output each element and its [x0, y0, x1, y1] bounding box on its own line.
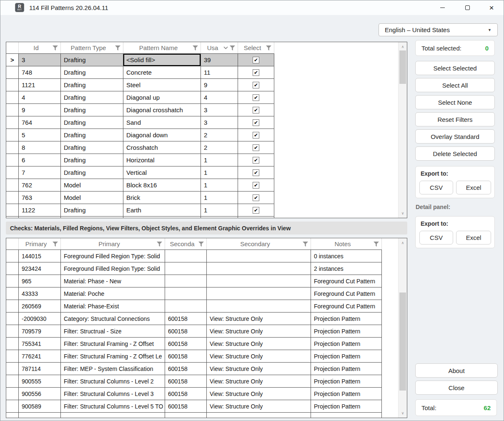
row-selector-cell[interactable] [6, 250, 19, 262]
cell-pattern-type[interactable]: Drafting [61, 104, 123, 116]
cell-pattern-name[interactable]: Diagonal crosshatch [123, 104, 201, 116]
cell-select[interactable]: ✔ [238, 204, 274, 216]
cell-id[interactable]: 763 [19, 192, 61, 204]
cell-id[interactable]: 764 [19, 116, 61, 129]
cell-primary-id[interactable]: 144015 [19, 250, 61, 262]
pattern-row[interactable]: 1122DraftingEarth1✔ [6, 204, 274, 217]
column-header[interactable]: Primary [61, 238, 165, 250]
cell-secondary-id[interactable] [165, 262, 207, 275]
row-selector-cell[interactable] [6, 275, 19, 287]
cell-primary-id[interactable]: 923424 [19, 262, 61, 275]
cell-primary-id[interactable]: 776241 [19, 350, 61, 362]
checks-table-scrollbar[interactable]: ∧ ∨ [398, 238, 407, 418]
cell-select[interactable]: ✔ [238, 179, 274, 191]
select-checkbox[interactable]: ✔ [253, 57, 259, 63]
select-checkbox[interactable]: ✔ [253, 144, 259, 151]
cell-primary-id[interactable]: 900556 [19, 388, 61, 400]
cell-notes[interactable]: Projection Pattern [311, 375, 382, 387]
cell-primary-id[interactable]: 709579 [19, 325, 61, 337]
cell-notes[interactable]: Projection Pattern [311, 363, 382, 375]
check-row[interactable]: 900589Filter: Structural Columns - Level… [6, 400, 382, 413]
cell-notes[interactable]: Foreground Cut Pattern [311, 300, 382, 312]
cell-pattern-name[interactable]: Sand [123, 116, 201, 129]
pattern-row[interactable]: 8DraftingCrosshatch2✔ [6, 141, 274, 154]
scroll-down-icon[interactable]: ∨ [399, 410, 407, 416]
pattern-row[interactable]: 6DraftingHorizontal1✔ [6, 154, 274, 166]
check-row[interactable]: 900556Filter: Structural Columns - Level… [6, 388, 382, 400]
column-header[interactable]: Select [238, 42, 274, 53]
check-row[interactable]: 923424Foreground Filled Region Type: Sol… [6, 262, 382, 275]
select-checkbox[interactable]: ✔ [253, 194, 259, 201]
row-selector-cell[interactable] [6, 313, 19, 325]
filter-icon[interactable] [193, 45, 198, 50]
cell-pattern-name[interactable]: Vertical [123, 166, 201, 179]
check-row[interactable]: 965Material: Phase - NewForeground Cut P… [6, 275, 382, 287]
cell-id[interactable]: 9 [19, 104, 61, 116]
cell-pattern-type[interactable]: Drafting [61, 66, 123, 78]
export-excel-button[interactable]: Excel [456, 181, 491, 194]
cell-secondary[interactable] [207, 275, 311, 287]
cell-id[interactable]: 1121 [19, 79, 61, 91]
cell-primary-id[interactable]: 755341 [19, 338, 61, 350]
cell-pattern-name[interactable]: Concrete [123, 66, 201, 78]
cell-id[interactable]: 4 [19, 91, 61, 103]
detail-export-excel-button[interactable]: Excel [456, 231, 491, 245]
cell-pattern-name[interactable]: Diagonal down [123, 129, 201, 141]
cell-usage[interactable]: 1 [201, 179, 238, 191]
row-selector-header[interactable] [6, 42, 19, 53]
column-header[interactable]: Secondary [207, 238, 311, 250]
cell-select[interactable]: ✔ [238, 116, 274, 129]
scrollbar-thumb[interactable] [399, 50, 406, 84]
cell-secondary[interactable] [207, 300, 311, 312]
cell-select[interactable]: ✔ [238, 141, 274, 154]
cell-select[interactable]: ✔ [238, 66, 274, 78]
cell-notes[interactable]: Projection Pattern [311, 400, 382, 412]
cell-pattern-name[interactable]: Diagonal up [123, 91, 201, 103]
cell-primary[interactable]: Material: Phase - New [61, 275, 165, 287]
select-checkbox[interactable]: ✔ [253, 119, 259, 126]
cell-secondary-id[interactable]: 600158 [165, 350, 207, 362]
close-dialog-button[interactable]: Close [415, 381, 498, 395]
row-selector-cell[interactable] [6, 375, 19, 387]
cell-notes[interactable]: Projection Pattern [311, 313, 382, 325]
cell-usage[interactable]: 3 [201, 104, 238, 116]
cell-secondary[interactable]: View: Structure Only [207, 325, 311, 337]
check-row[interactable]: 900555Filter: Structural Columns - Level… [6, 375, 382, 388]
cell-pattern-type[interactable]: Drafting [61, 79, 123, 91]
cell-select[interactable]: ✔ [238, 192, 274, 204]
row-selector-cell[interactable] [6, 116, 19, 129]
row-selector-cell[interactable] [6, 262, 19, 275]
row-selector-cell[interactable] [6, 79, 19, 91]
cell-notes[interactable]: Projection Pattern [311, 388, 382, 400]
cell-primary[interactable]: Material: Poche [61, 287, 165, 300]
cell-usage[interactable]: 39 [201, 54, 238, 66]
cell-pattern-name[interactable]: <Solid fill> [123, 54, 201, 66]
cell-primary[interactable]: Filter: Structural Framing - Z Offset [61, 338, 165, 350]
cell-usage[interactable]: 11 [201, 66, 238, 78]
cell-pattern-type[interactable]: Model [61, 192, 123, 204]
cell-select[interactable]: ✔ [238, 129, 274, 141]
check-row[interactable]: 43333Material: PocheForeground Cut Patte… [6, 287, 382, 300]
cell-pattern-type[interactable]: Drafting [61, 154, 123, 166]
cell-secondary[interactable]: View: Structure Only [207, 338, 311, 350]
row-selector-cell[interactable] [6, 350, 19, 362]
select-checkbox[interactable]: ✔ [253, 182, 259, 189]
cell-primary[interactable]: Foreground Filled Region Type: Solid [61, 262, 165, 275]
scroll-down-icon[interactable]: ∨ [399, 210, 407, 217]
export-csv-button[interactable]: CSV [419, 181, 453, 194]
cell-id[interactable]: 8 [19, 141, 61, 154]
cell-pattern-name[interactable]: Crosshatch [123, 141, 201, 154]
row-selector-cell[interactable] [6, 104, 19, 116]
row-selector-cell[interactable] [6, 192, 19, 204]
cell-primary-id[interactable]: 900589 [19, 400, 61, 412]
cell-pattern-name[interactable]: Brick [123, 192, 201, 204]
row-selector-cell[interactable] [6, 204, 19, 216]
cell-primary-id[interactable]: 260569 [19, 300, 61, 312]
cell-select[interactable]: ✔ [238, 54, 274, 66]
filter-icon[interactable] [53, 45, 58, 50]
about-button[interactable]: About [415, 363, 498, 378]
row-selector-cell[interactable] [6, 154, 19, 166]
cell-primary[interactable]: Filter: MEP - System Classification [61, 363, 165, 375]
cell-pattern-type[interactable]: Drafting [61, 204, 123, 216]
cell-select[interactable]: ✔ [238, 104, 274, 116]
